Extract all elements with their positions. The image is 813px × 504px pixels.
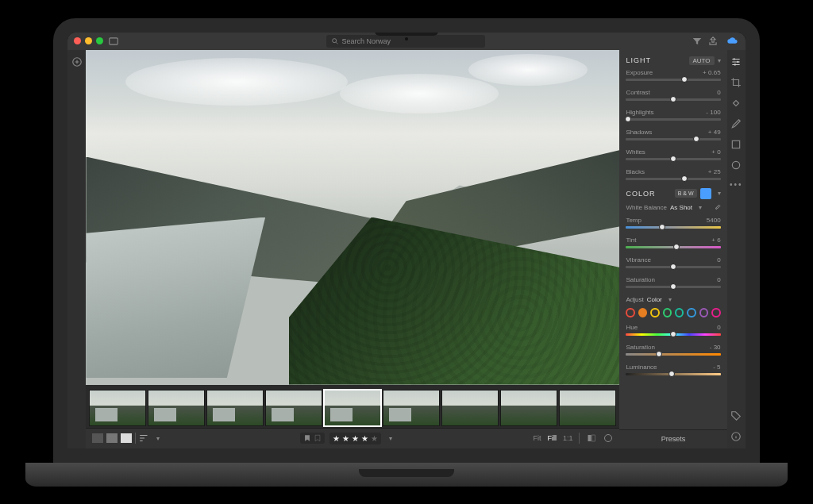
svg-point-1 <box>332 38 336 42</box>
wb-label: White Balance <box>626 204 667 211</box>
laptop-base <box>25 463 788 487</box>
thumb-3[interactable] <box>206 390 264 426</box>
flag-pick-icon[interactable] <box>303 434 311 442</box>
linear-gradient-icon[interactable] <box>730 139 742 150</box>
adjust-label: Adjust <box>626 296 643 303</box>
window-minimize-button[interactable] <box>85 37 92 44</box>
brush-icon[interactable] <box>730 118 742 129</box>
window-maximize-button[interactable] <box>96 37 103 44</box>
thumb-4[interactable] <box>265 390 322 426</box>
thumb-9[interactable] <box>559 390 616 426</box>
thumb-8[interactable] <box>500 390 557 426</box>
bw-button[interactable]: B & W <box>675 189 697 198</box>
svg-rect-0 <box>110 37 118 44</box>
laptop-camera <box>405 37 408 40</box>
swatch-5[interactable] <box>687 308 695 317</box>
slider-saturation[interactable]: Saturation- 30 <box>626 344 720 356</box>
healing-icon[interactable] <box>730 98 742 109</box>
grid-view-button[interactable] <box>92 433 103 443</box>
rating-stars[interactable]: ★★★★★ <box>329 433 381 444</box>
swatch-1[interactable] <box>638 308 647 317</box>
crop-icon[interactable] <box>730 77 742 88</box>
svg-point-6 <box>605 435 612 442</box>
share-icon[interactable] <box>707 36 719 47</box>
info-panel-icon[interactable] <box>730 431 742 442</box>
sort-icon[interactable] <box>139 434 150 442</box>
slider-contrast[interactable]: Contrast0 <box>626 89 720 101</box>
color-chevron-icon[interactable]: ▾ <box>718 190 721 197</box>
laptop-camera-bar <box>375 26 438 36</box>
tag-icon[interactable] <box>730 410 742 421</box>
eyedropper-icon[interactable] <box>713 204 721 212</box>
color-section-title: COLOR <box>626 190 655 198</box>
thumb-2[interactable] <box>148 390 205 426</box>
slider-saturation[interactable]: Saturation0 <box>626 276 720 288</box>
thumb-1[interactable] <box>89 390 146 426</box>
more-icon[interactable]: ••• <box>730 180 743 189</box>
slider-exposure[interactable]: Exposure+ 0.65 <box>626 69 720 81</box>
main-viewport: ▾ ★★★★★ ▾ <box>86 50 619 448</box>
svg-rect-5 <box>592 435 595 441</box>
original-toggle-icon[interactable] <box>586 433 597 443</box>
cloud-sync-icon[interactable] <box>726 35 739 48</box>
swatch-3[interactable] <box>663 308 672 317</box>
slider-shadows[interactable]: Shadows+ 49 <box>626 129 720 140</box>
svg-point-8 <box>737 60 738 62</box>
search-icon <box>331 37 339 45</box>
left-rail <box>67 50 86 448</box>
svg-point-7 <box>734 58 735 60</box>
zoom-ratio[interactable]: 1:1 <box>563 434 573 442</box>
tool-rail: ••• <box>727 50 746 448</box>
slider-luminance[interactable]: Luminance- 5 <box>626 364 720 375</box>
svg-rect-10 <box>733 140 740 148</box>
presets-button[interactable]: Presets <box>619 429 726 448</box>
edit-sliders-icon[interactable] <box>730 56 742 67</box>
edit-panel: LIGHT AUTO▾ Exposure+ 0.65 Contrast0 Hig… <box>619 50 726 448</box>
svg-point-9 <box>734 63 736 65</box>
slider-whites[interactable]: Whites+ 0 <box>626 148 720 160</box>
detail-view-button[interactable] <box>106 433 118 443</box>
photo-canvas[interactable] <box>86 50 619 385</box>
adjust-value[interactable]: Color <box>647 296 662 303</box>
slider-tint[interactable]: Tint+ 6 <box>626 237 720 248</box>
thumb-7[interactable] <box>441 390 499 426</box>
wb-value[interactable]: As Shot <box>670 204 692 211</box>
slider-hue[interactable]: Hue0 <box>626 324 720 336</box>
zoom-fill[interactable]: Fill <box>547 434 557 442</box>
add-photo-icon[interactable] <box>71 56 83 67</box>
bottom-bar: ▾ ★★★★★ ▾ <box>86 428 619 448</box>
slider-highlights[interactable]: Highlights- 100 <box>626 109 720 121</box>
swatch-4[interactable] <box>675 308 684 317</box>
thumb-5[interactable] <box>324 390 381 426</box>
search-placeholder: Search Norway <box>342 37 391 45</box>
slider-temp[interactable]: Temp5400 <box>626 217 720 229</box>
window-close-button[interactable] <box>74 37 81 44</box>
slider-blacks[interactable]: Blacks+ 25 <box>626 168 720 180</box>
swatch-0[interactable] <box>626 308 634 317</box>
light-section-title: LIGHT <box>626 56 651 64</box>
svg-line-2 <box>336 42 337 44</box>
auto-button[interactable]: AUTO <box>689 56 715 65</box>
svg-point-11 <box>733 161 740 168</box>
swatch-2[interactable] <box>650 308 659 317</box>
svg-rect-4 <box>588 435 591 441</box>
flag-reject-icon[interactable] <box>314 434 322 442</box>
slider-vibrance[interactable]: Vibrance0 <box>626 256 720 268</box>
my-photos-icon[interactable] <box>108 36 119 47</box>
swatch-7[interactable] <box>711 308 720 317</box>
light-chevron-icon[interactable]: ▾ <box>718 57 721 64</box>
filmstrip[interactable] <box>86 385 619 428</box>
color-mode-button[interactable] <box>700 188 711 199</box>
swatch-6[interactable] <box>699 308 708 317</box>
compare-view-button[interactable] <box>121 433 132 443</box>
thumb-6[interactable] <box>383 390 440 426</box>
info-icon[interactable] <box>603 433 613 443</box>
color-swatches <box>626 308 720 317</box>
radial-gradient-icon[interactable] <box>730 160 742 171</box>
filter-icon[interactable] <box>692 36 703 47</box>
zoom-fit[interactable]: Fit <box>533 434 541 442</box>
